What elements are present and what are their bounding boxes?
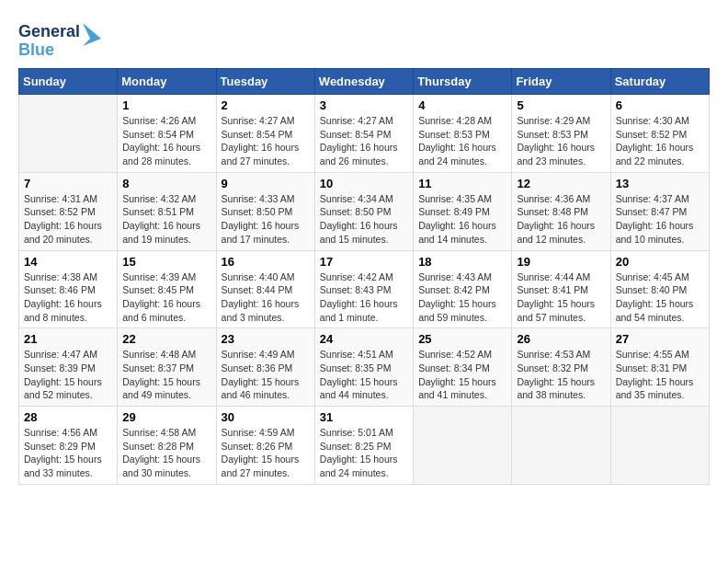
calendar-cell: 30Sunrise: 4:59 AM Sunset: 8:26 PM Dayli… (216, 407, 314, 485)
calendar-cell: 25Sunrise: 4:52 AM Sunset: 8:34 PM Dayli… (414, 328, 512, 407)
day-number: 17 (320, 255, 408, 269)
day-info: Sunrise: 4:27 AM Sunset: 8:54 PM Dayligh… (320, 114, 408, 168)
day-number: 23 (222, 332, 310, 346)
calendar-week-row: 14Sunrise: 4:38 AM Sunset: 8:46 PM Dayli… (19, 250, 710, 328)
header: GeneralBlue (18, 18, 710, 59)
day-info: Sunrise: 4:44 AM Sunset: 8:41 PM Dayligh… (517, 270, 605, 325)
day-info: Sunrise: 4:27 AM Sunset: 8:54 PM Dayligh… (222, 114, 310, 168)
svg-text:Blue: Blue (18, 40, 54, 59)
day-number: 13 (616, 177, 704, 190)
day-info: Sunrise: 4:33 AM Sunset: 8:50 PM Dayligh… (222, 192, 310, 247)
day-info: Sunrise: 4:52 AM Sunset: 8:34 PM Dayligh… (418, 348, 506, 402)
day-number: 15 (122, 255, 210, 269)
calendar-cell: 13Sunrise: 4:37 AM Sunset: 8:47 PM Dayli… (610, 172, 709, 250)
calendar-cell: 4Sunrise: 4:28 AM Sunset: 8:53 PM Daylig… (414, 95, 512, 173)
day-info: Sunrise: 4:59 AM Sunset: 8:26 PM Dayligh… (222, 426, 310, 480)
day-number: 9 (222, 177, 310, 190)
day-info: Sunrise: 4:37 AM Sunset: 8:47 PM Dayligh… (616, 192, 704, 247)
day-info: Sunrise: 4:43 AM Sunset: 8:42 PM Dayligh… (418, 270, 506, 325)
calendar-week-row: 21Sunrise: 4:47 AM Sunset: 8:39 PM Dayli… (19, 328, 710, 407)
calendar-cell (610, 407, 709, 485)
day-info: Sunrise: 4:56 AM Sunset: 8:29 PM Dayligh… (24, 426, 112, 480)
day-number: 30 (222, 410, 310, 424)
day-number: 3 (320, 98, 408, 112)
day-info: Sunrise: 4:31 AM Sunset: 8:52 PM Dayligh… (24, 192, 112, 247)
day-info: Sunrise: 4:51 AM Sunset: 8:35 PM Dayligh… (320, 348, 408, 402)
day-header-friday: Friday (512, 69, 610, 95)
day-number: 14 (24, 255, 112, 269)
logo: GeneralBlue (18, 18, 101, 59)
calendar-cell: 20Sunrise: 4:45 AM Sunset: 8:40 PM Dayli… (610, 250, 709, 328)
calendar-cell: 24Sunrise: 4:51 AM Sunset: 8:35 PM Dayli… (314, 328, 413, 407)
day-info: Sunrise: 5:01 AM Sunset: 8:25 PM Dayligh… (320, 426, 408, 480)
calendar-cell: 26Sunrise: 4:53 AM Sunset: 8:32 PM Dayli… (512, 328, 610, 407)
svg-marker-2 (83, 23, 101, 46)
calendar-cell: 22Sunrise: 4:48 AM Sunset: 8:37 PM Dayli… (118, 328, 216, 407)
day-info: Sunrise: 4:39 AM Sunset: 8:45 PM Dayligh… (122, 270, 210, 325)
calendar-week-row: 7Sunrise: 4:31 AM Sunset: 8:52 PM Daylig… (19, 172, 710, 250)
day-number: 11 (418, 177, 506, 190)
day-number: 29 (122, 410, 210, 424)
day-info: Sunrise: 4:48 AM Sunset: 8:37 PM Dayligh… (122, 348, 210, 402)
calendar-cell: 1Sunrise: 4:26 AM Sunset: 8:54 PM Daylig… (118, 95, 216, 173)
day-info: Sunrise: 4:28 AM Sunset: 8:53 PM Dayligh… (418, 114, 506, 168)
calendar-cell: 9Sunrise: 4:33 AM Sunset: 8:50 PM Daylig… (216, 172, 314, 250)
day-info: Sunrise: 4:29 AM Sunset: 8:53 PM Dayligh… (517, 114, 605, 168)
calendar-cell (19, 95, 118, 173)
day-info: Sunrise: 4:55 AM Sunset: 8:31 PM Dayligh… (616, 348, 704, 402)
day-number: 6 (616, 98, 704, 112)
calendar-cell: 19Sunrise: 4:44 AM Sunset: 8:41 PM Dayli… (512, 250, 610, 328)
day-header-wednesday: Wednesday (314, 69, 413, 95)
day-number: 27 (616, 332, 704, 346)
calendar-header-row: SundayMondayTuesdayWednesdayThursdayFrid… (19, 69, 710, 95)
calendar-cell: 5Sunrise: 4:29 AM Sunset: 8:53 PM Daylig… (512, 95, 610, 173)
calendar-cell: 28Sunrise: 4:56 AM Sunset: 8:29 PM Dayli… (19, 407, 118, 485)
calendar-cell: 18Sunrise: 4:43 AM Sunset: 8:42 PM Dayli… (414, 250, 512, 328)
calendar-cell: 8Sunrise: 4:32 AM Sunset: 8:51 PM Daylig… (118, 172, 216, 250)
day-info: Sunrise: 4:34 AM Sunset: 8:50 PM Dayligh… (320, 192, 408, 247)
calendar-cell: 11Sunrise: 4:35 AM Sunset: 8:49 PM Dayli… (414, 172, 512, 250)
calendar-cell: 31Sunrise: 5:01 AM Sunset: 8:25 PM Dayli… (314, 407, 413, 485)
calendar-cell: 6Sunrise: 4:30 AM Sunset: 8:52 PM Daylig… (610, 95, 709, 173)
day-number: 5 (517, 98, 605, 112)
day-info: Sunrise: 4:45 AM Sunset: 8:40 PM Dayligh… (616, 270, 704, 325)
day-info: Sunrise: 4:47 AM Sunset: 8:39 PM Dayligh… (24, 348, 112, 402)
calendar-cell: 27Sunrise: 4:55 AM Sunset: 8:31 PM Dayli… (610, 328, 709, 407)
calendar-cell: 7Sunrise: 4:31 AM Sunset: 8:52 PM Daylig… (19, 172, 118, 250)
calendar-cell: 2Sunrise: 4:27 AM Sunset: 8:54 PM Daylig… (216, 95, 314, 173)
day-number: 25 (418, 332, 506, 346)
day-number: 21 (24, 332, 112, 346)
day-number: 10 (320, 177, 408, 190)
day-info: Sunrise: 4:32 AM Sunset: 8:51 PM Dayligh… (122, 192, 210, 247)
calendar-cell: 21Sunrise: 4:47 AM Sunset: 8:39 PM Dayli… (19, 328, 118, 407)
day-info: Sunrise: 4:35 AM Sunset: 8:49 PM Dayligh… (418, 192, 506, 247)
day-number: 16 (222, 255, 310, 269)
calendar-cell: 10Sunrise: 4:34 AM Sunset: 8:50 PM Dayli… (314, 172, 413, 250)
day-number: 31 (320, 410, 408, 424)
calendar-cell: 15Sunrise: 4:39 AM Sunset: 8:45 PM Dayli… (118, 250, 216, 328)
calendar-cell (414, 407, 512, 485)
day-info: Sunrise: 4:30 AM Sunset: 8:52 PM Dayligh… (616, 114, 704, 168)
calendar-cell: 3Sunrise: 4:27 AM Sunset: 8:54 PM Daylig… (314, 95, 413, 173)
calendar-table: SundayMondayTuesdayWednesdayThursdayFrid… (18, 68, 710, 485)
day-info: Sunrise: 4:53 AM Sunset: 8:32 PM Dayligh… (517, 348, 605, 402)
calendar-cell: 16Sunrise: 4:40 AM Sunset: 8:44 PM Dayli… (216, 250, 314, 328)
svg-text:General: General (18, 22, 80, 40)
day-info: Sunrise: 4:26 AM Sunset: 8:54 PM Dayligh… (122, 114, 210, 168)
day-number: 7 (24, 177, 112, 190)
day-header-monday: Monday (118, 69, 216, 95)
day-header-saturday: Saturday (610, 69, 709, 95)
day-number: 12 (517, 177, 605, 190)
day-number: 19 (517, 255, 605, 269)
day-info: Sunrise: 4:58 AM Sunset: 8:28 PM Dayligh… (122, 426, 210, 480)
day-number: 22 (122, 332, 210, 346)
day-header-tuesday: Tuesday (216, 69, 314, 95)
calendar-cell: 17Sunrise: 4:42 AM Sunset: 8:43 PM Dayli… (314, 250, 413, 328)
day-number: 24 (320, 332, 408, 346)
day-header-thursday: Thursday (414, 69, 512, 95)
day-number: 26 (517, 332, 605, 346)
logo-svg: GeneralBlue (18, 18, 101, 59)
day-number: 2 (222, 98, 310, 112)
day-number: 20 (616, 255, 704, 269)
day-info: Sunrise: 4:38 AM Sunset: 8:46 PM Dayligh… (24, 270, 112, 325)
